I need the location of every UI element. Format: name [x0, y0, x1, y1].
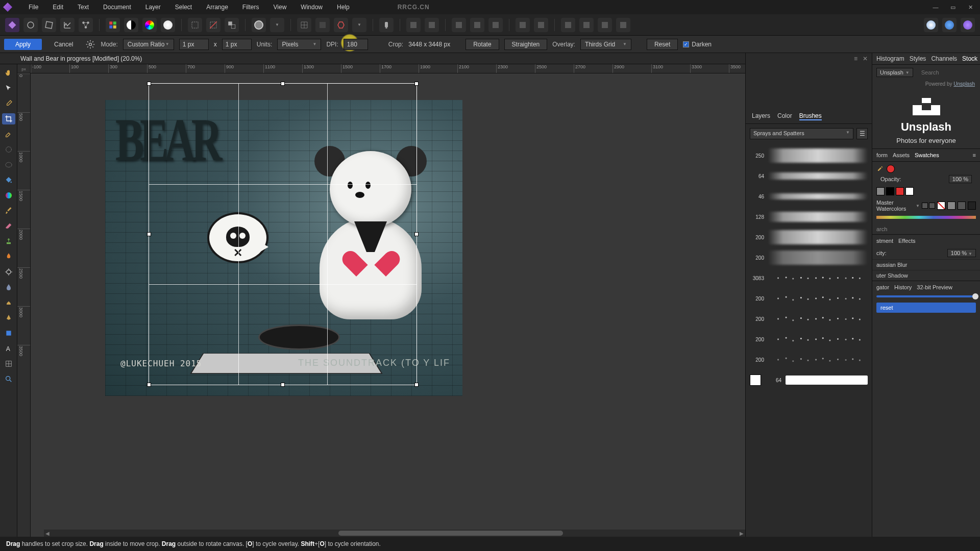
pen-tool-icon[interactable]	[2, 312, 15, 323]
liquify-persona-icon[interactable]	[23, 18, 38, 32]
tab-history[interactable]: History	[894, 284, 912, 290]
order-4-icon[interactable]	[616, 18, 630, 32]
quick-mask-icon[interactable]	[252, 18, 266, 32]
shape-tool-icon[interactable]	[2, 328, 15, 339]
crop-handle-br[interactable]	[414, 383, 419, 387]
opacity-value-input[interactable]: 100 %	[949, 175, 972, 183]
swatch[interactable]	[968, 202, 976, 210]
selection-invert-icon[interactable]	[225, 18, 239, 32]
menu-window[interactable]: Window	[293, 1, 330, 14]
crop-overlay[interactable]	[149, 84, 416, 385]
align-1-icon[interactable]	[452, 18, 466, 32]
mode-select[interactable]: Custom Ratio▼	[123, 39, 174, 50]
arrange-1-icon[interactable]	[406, 18, 421, 32]
menu-edit[interactable]: Edit	[45, 1, 70, 14]
unsplash-link[interactable]: Unsplash	[953, 81, 975, 87]
palette-view-icon[interactable]	[922, 203, 928, 209]
overlay-select[interactable]: Thirds Grid▼	[580, 39, 631, 50]
cancel-button[interactable]: Cancel	[47, 39, 80, 50]
canvas[interactable]: BEAR ✕ @LUKECHUEH	[31, 73, 745, 537]
menu-filters[interactable]: Filters	[235, 1, 266, 14]
account-icon[interactable]	[924, 18, 938, 32]
develop-persona-icon[interactable]	[42, 18, 56, 32]
snap-toggle-icon[interactable]	[315, 18, 330, 32]
panel-close-icon[interactable]: ✕	[863, 55, 868, 62]
erase-brush-tool-icon[interactable]	[2, 220, 15, 232]
menu-view[interactable]: View	[266, 1, 294, 14]
tab-channels[interactable]: Channels	[931, 55, 957, 62]
swatch[interactable]	[958, 202, 966, 210]
crop-handle-tl[interactable]	[147, 82, 151, 86]
menu-document[interactable]: Document	[96, 1, 138, 14]
sync-icon[interactable]	[961, 18, 975, 32]
photo-persona-icon[interactable]	[5, 18, 19, 32]
swatch[interactable]	[947, 202, 955, 210]
order-2-icon[interactable]	[579, 18, 594, 32]
fx-opacity-input[interactable]: 100 % ▼	[947, 249, 976, 257]
tab-styles[interactable]: Styles	[910, 55, 926, 62]
selection-brush-tool-icon[interactable]	[2, 129, 15, 140]
tab-brushes[interactable]: Brushes	[799, 112, 822, 120]
brush-list[interactable]: 250 64 46 128 200 200 3083 200 200 200 2…	[746, 143, 872, 537]
tab-color[interactable]: Color	[777, 112, 792, 120]
color-picker-tool-icon[interactable]	[2, 98, 15, 109]
gradient-tool-icon[interactable]	[2, 190, 15, 201]
selection-marquee-icon[interactable]	[188, 18, 202, 32]
apply-button[interactable]: Apply	[4, 39, 42, 50]
history-reset-item[interactable]: reset	[876, 303, 976, 313]
scroll-left-icon[interactable]: ◀	[44, 530, 51, 537]
swatches-menu-icon[interactable]: ≡	[973, 152, 976, 158]
units-select[interactable]: Pixels▼	[277, 39, 321, 50]
tab-adjustment[interactable]: stment	[876, 238, 893, 244]
brush-category-select[interactable]: Sprays and Spatters▼	[750, 128, 853, 139]
crop-settings-icon[interactable]	[85, 39, 95, 49]
fx-gaussian-blur[interactable]: aussian Blur	[872, 259, 980, 270]
move-tool-icon[interactable]	[2, 83, 15, 94]
palette-view-icon[interactable]	[929, 203, 935, 209]
dpi-input[interactable]: 180	[344, 39, 368, 50]
crop-handle-bm[interactable]	[281, 383, 285, 387]
tab-32bit-preview[interactable]: 32-bit Preview	[917, 284, 952, 290]
selection-deselect-icon[interactable]	[206, 18, 220, 32]
tab-histogram[interactable]: Histogram	[876, 55, 904, 62]
history-slider[interactable]	[876, 295, 976, 297]
window-close-icon[interactable]: ✕	[964, 2, 977, 12]
brush-panel-options-icon[interactable]: ☰	[856, 128, 868, 139]
crop-width-input[interactable]: 1 px	[179, 39, 209, 50]
panel-menu-icon[interactable]: ≡	[854, 55, 857, 62]
ruler-vertical[interactable]: 0500100015002000250030003500	[17, 73, 31, 537]
swatch[interactable]	[876, 187, 885, 195]
no-fill-icon[interactable]	[937, 202, 945, 210]
tone-map-persona-icon[interactable]	[60, 18, 75, 32]
stock-search-input[interactable]	[921, 69, 980, 76]
swatch[interactable]	[896, 187, 904, 195]
clone-brush-tool-icon[interactable]	[2, 236, 15, 247]
tab-assets[interactable]: Assets	[893, 152, 910, 158]
blur-brush-tool-icon[interactable]	[2, 282, 15, 293]
align-2-icon[interactable]	[470, 18, 484, 32]
softproof-icon[interactable]	[161, 18, 175, 32]
palette-strip[interactable]	[876, 216, 976, 219]
color-format-icon[interactable]	[106, 18, 120, 32]
menu-select[interactable]: Select	[168, 1, 199, 14]
window-maximize-icon[interactable]: ▭	[946, 2, 960, 12]
smudge-brush-tool-icon[interactable]	[2, 297, 15, 308]
crop-handle-bl[interactable]	[147, 383, 151, 387]
crop-handle-tr[interactable]	[414, 82, 419, 86]
crop-tool-icon[interactable]	[2, 113, 15, 124]
menu-layer[interactable]: Layer	[138, 1, 168, 14]
ruler-horizontal[interactable]: px -100100300500700900110013001500170019…	[17, 64, 745, 73]
current-color-swatch[interactable]	[887, 165, 895, 173]
tab-layers[interactable]: Layers	[752, 112, 770, 120]
menu-arrange[interactable]: Arrange	[199, 1, 235, 14]
mesh-warp-tool-icon[interactable]	[2, 358, 15, 369]
snap-dropdown-icon[interactable]: ▼	[352, 18, 366, 32]
group-1-icon[interactable]	[516, 18, 530, 32]
swatch[interactable]	[905, 187, 914, 195]
reset-crop-button[interactable]: Reset	[647, 39, 678, 50]
fx-outer-shadow[interactable]: uter Shadow	[872, 270, 980, 281]
bw-adjust-icon[interactable]	[124, 18, 138, 32]
arrange-2-icon[interactable]	[425, 18, 439, 32]
inpainting-brush-tool-icon[interactable]	[2, 251, 15, 262]
grid-snap-icon[interactable]	[297, 18, 311, 32]
